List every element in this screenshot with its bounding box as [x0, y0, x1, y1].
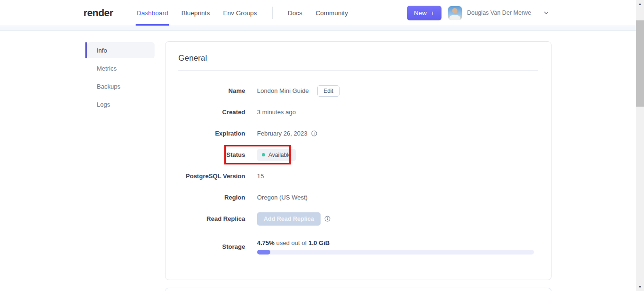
name-row: Name London Mini Guide Edit	[178, 80, 538, 101]
region-value: Oregon (US West)	[257, 194, 308, 201]
postgres-version-row: PostgreSQL Version 15	[178, 165, 538, 187]
created-label: Created	[178, 109, 245, 116]
content-column: General Name London Mini Guide Edit Crea…	[165, 41, 552, 291]
status-badge: Available	[257, 149, 296, 161]
avatar[interactable]	[448, 6, 462, 20]
name-value: London Mini Guide	[257, 87, 309, 94]
storage-total: 1.0 GiB	[308, 239, 330, 246]
storage-value-group: 4.75% used out of 1.0 GiB	[257, 239, 534, 255]
read-replica-row: Read Replica Add Read Replica	[178, 208, 538, 229]
name-value-group: London Mini Guide Edit	[257, 85, 340, 97]
nav-right: New + Douglas Van Der Merwe	[407, 6, 549, 20]
info-rows: Name London Mini Guide Edit Created 3 mi…	[178, 80, 538, 257]
sidebar-item-backups[interactable]: Backups	[87, 78, 155, 94]
storage-label: Storage	[178, 243, 245, 250]
postgres-version-value: 15	[257, 173, 264, 180]
user-name[interactable]: Douglas Van Der Merwe	[467, 9, 531, 16]
storage-progress-fill	[257, 250, 270, 255]
nav-link-docs[interactable]: Docs	[288, 9, 303, 17]
render-logo[interactable]: render	[83, 7, 113, 18]
sidebar-item-logs[interactable]: Logs	[87, 96, 155, 112]
sidebar: Info Metrics Backups Logs	[85, 41, 155, 291]
nav-link-blueprints[interactable]: Blueprints	[181, 9, 210, 17]
status-label: Status	[178, 151, 245, 158]
status-dot-icon	[262, 153, 265, 156]
region-row: Region Oregon (US West)	[178, 187, 538, 208]
nav-link-community[interactable]: Community	[316, 9, 348, 17]
nav-link-dashboard[interactable]: Dashboard	[137, 9, 168, 17]
main-content: Info Metrics Backups Logs General Name L…	[0, 31, 644, 291]
storage-middle-text: used out of	[275, 239, 309, 246]
nav-links: Dashboard Blueprints Env Groups Docs Com…	[137, 7, 348, 19]
storage-percent: 4.75%	[257, 239, 275, 246]
card-divider	[178, 70, 538, 71]
next-card-top-edge	[165, 288, 552, 291]
general-card: General Name London Mini Guide Edit Crea…	[165, 41, 552, 280]
storage-progress-bar	[257, 250, 534, 255]
top-navbar: render Dashboard Blueprints Env Groups D…	[0, 0, 644, 26]
postgres-version-label: PostgreSQL Version	[178, 173, 245, 180]
nav-left: render Dashboard Blueprints Env Groups D…	[83, 7, 348, 19]
storage-row: Storage 4.75% used out of 1.0 GiB	[178, 236, 538, 257]
scroll-down-arrow-icon[interactable]: ▼	[636, 283, 644, 291]
new-button[interactable]: New +	[407, 6, 442, 20]
read-replica-label: Read Replica	[178, 215, 245, 222]
add-read-replica-button[interactable]: Add Read Replica	[257, 212, 321, 226]
created-value: 3 minutes ago	[257, 109, 296, 116]
status-value-group: Available	[257, 149, 296, 161]
expiration-value: February 26, 2023	[257, 130, 307, 137]
info-icon[interactable]	[311, 130, 317, 136]
edit-button[interactable]: Edit	[317, 85, 340, 97]
sidebar-item-info[interactable]: Info	[87, 42, 155, 58]
status-badge-label: Available	[268, 152, 291, 158]
created-row: Created 3 minutes ago	[178, 101, 538, 123]
chevron-down-icon[interactable]	[543, 10, 549, 16]
scrollbar-thumb[interactable]	[636, 20, 644, 107]
nav-link-env-groups[interactable]: Env Groups	[223, 9, 257, 17]
info-icon[interactable]	[324, 216, 331, 222]
card-title: General	[178, 54, 538, 63]
new-button-label: New	[414, 9, 427, 17]
storage-text: 4.75% used out of 1.0 GiB	[257, 239, 534, 246]
name-label: Name	[178, 87, 245, 94]
nav-divider	[272, 7, 273, 19]
read-replica-value-group: Add Read Replica	[257, 212, 331, 226]
expiration-label: Expiration	[178, 130, 245, 137]
expiration-row: Expiration February 26, 2023	[178, 123, 538, 144]
scroll-up-arrow-icon[interactable]: ▲	[636, 0, 644, 8]
status-row: Status Available	[178, 144, 538, 165]
expiration-value-group: February 26, 2023	[257, 130, 317, 137]
plus-icon: +	[431, 9, 434, 17]
sidebar-item-metrics[interactable]: Metrics	[87, 60, 155, 76]
vertical-scrollbar[interactable]: ▲ ▼	[636, 0, 644, 291]
region-label: Region	[178, 194, 245, 201]
subnav-strip	[0, 26, 644, 31]
